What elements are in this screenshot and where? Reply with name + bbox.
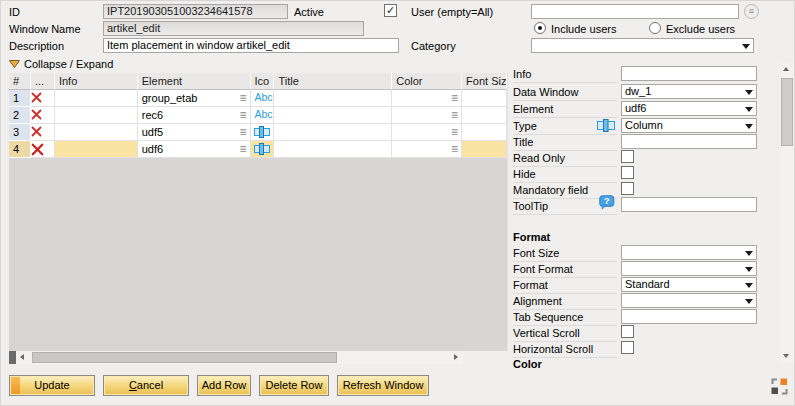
category-label: Category <box>411 40 456 53</box>
font-size-cell[interactable] <box>462 124 507 141</box>
read-only-checkbox[interactable] <box>621 150 634 163</box>
element-cell[interactable]: group_etab≡ <box>138 90 251 107</box>
table-row[interactable]: 1 group_etab≡ Abc ≡ <box>9 90 507 107</box>
hscroll-thumb[interactable] <box>32 352 337 363</box>
font-size-cell[interactable] <box>462 90 507 107</box>
choose-color-icon[interactable]: ≡ <box>451 108 458 122</box>
tooltip-input[interactable] <box>621 197 757 212</box>
title-cell[interactable] <box>274 141 392 158</box>
placement-grid: # ... Info Element Ico Title Color Font … <box>9 73 508 351</box>
collapse-expand-toggle[interactable]: Collapse / Expand <box>9 58 113 70</box>
col-header-title[interactable]: Title <box>274 73 392 90</box>
font-format-dropdown[interactable] <box>621 261 757 276</box>
icon-cell[interactable]: Abc <box>251 90 275 107</box>
choose-element-icon[interactable]: ≡ <box>240 142 247 156</box>
horizontal-scrollbar[interactable] <box>9 351 463 364</box>
format-dropdown[interactable]: Standard <box>621 277 757 292</box>
scroll-left-button[interactable] <box>16 351 30 364</box>
exclude-users-label[interactable]: Exclude users <box>666 23 735 36</box>
font-size-cell[interactable] <box>462 107 507 124</box>
title-cell[interactable] <box>274 124 392 141</box>
choose-element-icon[interactable]: ≡ <box>240 108 247 122</box>
add-row-button[interactable]: Add Row <box>197 375 251 396</box>
refresh-window-button[interactable]: Refresh Window <box>337 375 429 396</box>
horizontal-scroll-label: Horizontal Scroll <box>513 342 617 358</box>
info-cell[interactable] <box>55 107 138 124</box>
description-input[interactable]: Item placement in window artikel_edit <box>103 38 399 53</box>
font-size-cell[interactable] <box>462 141 507 158</box>
panel-title-input[interactable] <box>621 134 757 149</box>
col-header-delete[interactable]: ... <box>31 73 55 90</box>
col-header-num[interactable]: # <box>9 73 31 90</box>
vscroll-track[interactable] <box>780 76 794 350</box>
col-header-element[interactable]: Element <box>138 73 251 90</box>
icon-cell[interactable] <box>251 141 275 158</box>
col-header-font-size[interactable]: Font Size <box>462 73 507 90</box>
vscroll-thumb[interactable] <box>781 78 793 146</box>
icon-cell[interactable] <box>251 124 275 141</box>
mandatory-field-checkbox[interactable] <box>621 182 634 195</box>
color-cell[interactable]: ≡ <box>392 141 462 158</box>
icon-cell[interactable]: Abc <box>251 107 275 124</box>
col-header-icon[interactable]: Ico <box>251 73 275 90</box>
update-button[interactable]: Update <box>9 375 95 396</box>
element-cell[interactable]: udf5≡ <box>138 124 251 141</box>
type-dropdown[interactable]: Column <box>621 118 757 133</box>
table-row[interactable]: 2 rec6≡ Abc ≡ <box>9 107 507 124</box>
col-header-info[interactable]: Info <box>55 73 138 90</box>
row-number[interactable]: 3 <box>9 124 31 141</box>
vertical-scroll-checkbox[interactable] <box>621 325 634 338</box>
cancel-button[interactable]: Cancel <box>103 375 189 396</box>
vertical-scrollbar[interactable] <box>780 63 794 363</box>
hide-checkbox[interactable] <box>621 166 634 179</box>
delete-row-cell[interactable] <box>31 124 55 141</box>
data-window-dropdown[interactable]: dw_1 <box>621 84 757 99</box>
delete-row-cell[interactable] <box>31 90 55 107</box>
user-input[interactable] <box>531 4 739 19</box>
choose-element-icon[interactable]: ≡ <box>240 125 247 139</box>
choose-element-icon[interactable]: ≡ <box>240 91 247 105</box>
delete-row-cell[interactable] <box>31 107 55 124</box>
font-size-dropdown[interactable] <box>621 245 757 260</box>
color-cell[interactable]: ≡ <box>392 107 462 124</box>
window-name-label: Window Name <box>9 23 81 36</box>
delete-row-cell[interactable] <box>31 141 55 158</box>
hscroll-track[interactable] <box>30 351 449 364</box>
delete-row-button[interactable]: Delete Row <box>259 375 329 396</box>
hide-label: Hide <box>513 167 617 183</box>
panel-info-input[interactable] <box>621 66 757 81</box>
active-checkbox[interactable]: ✓ <box>384 4 397 17</box>
table-row[interactable]: 3 udf5≡ ≡ <box>9 124 507 141</box>
row-number[interactable]: 1 <box>9 90 31 107</box>
col-header-color[interactable]: Color <box>392 73 462 90</box>
exclude-users-radio[interactable] <box>649 22 661 34</box>
user-choose-button[interactable]: ≡ <box>744 4 759 19</box>
choose-color-icon[interactable]: ≡ <box>451 142 458 156</box>
include-users-label[interactable]: Include users <box>551 23 616 36</box>
element-cell[interactable]: udf6≡ <box>138 141 251 158</box>
tab-sequence-input[interactable] <box>621 309 757 324</box>
color-cell[interactable]: ≡ <box>392 90 462 107</box>
row-number[interactable]: 4 <box>9 141 31 158</box>
horizontal-scroll-checkbox[interactable] <box>621 341 634 354</box>
row-number[interactable]: 2 <box>9 107 31 124</box>
table-row-selected[interactable]: 4 udf6≡ ≡ <box>9 141 507 158</box>
category-dropdown[interactable] <box>531 38 754 53</box>
choose-color-icon[interactable]: ≡ <box>451 125 458 139</box>
color-cell[interactable]: ≡ <box>392 124 462 141</box>
element-dropdown[interactable]: udf6 <box>621 101 757 116</box>
alignment-dropdown[interactable] <box>621 293 757 308</box>
scroll-down-button[interactable] <box>780 350 794 363</box>
include-users-radio[interactable] <box>534 22 546 34</box>
info-cell[interactable] <box>55 90 138 107</box>
resize-grip-icon[interactable] <box>771 378 788 395</box>
scroll-right-button[interactable] <box>449 351 463 364</box>
scroll-up-button[interactable] <box>780 63 794 76</box>
panel-info-label: Info <box>513 67 617 83</box>
choose-color-icon[interactable]: ≡ <box>451 91 458 105</box>
element-cell[interactable]: rec6≡ <box>138 107 251 124</box>
title-cell[interactable] <box>274 107 392 124</box>
info-cell[interactable] <box>55 124 138 141</box>
title-cell[interactable] <box>274 90 392 107</box>
info-cell[interactable] <box>55 141 138 158</box>
